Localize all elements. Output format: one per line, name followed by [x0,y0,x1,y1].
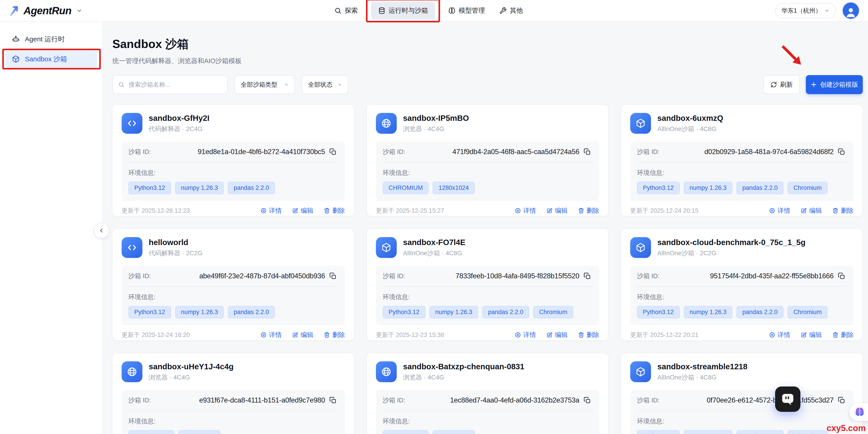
card-footer: 更新于 2025-12-24 16:20 详情 编辑 删除 [122,324,345,339]
brand-logo[interactable]: AgentRun [8,4,82,17]
main-content: Sandbox 沙箱 统一管理代码解释器、浏览器和AIO沙箱模板 全部沙箱类型 … [103,22,868,434]
search-icon [118,82,125,88]
region-label: 华东1（杭州） [781,6,822,15]
delete-link[interactable]: 删除 [832,206,854,215]
code-icon [122,113,143,134]
env-tag: numpy 1.26.3 [430,306,478,318]
sandbox-info-box: 沙箱 ID: 7833feeb-10d8-4afa-8495-f828b15f5… [376,266,599,324]
sidebar-collapse-button[interactable] [94,223,110,238]
detail-link[interactable]: 详情 [515,330,536,339]
search-input[interactable] [128,81,222,88]
sandbox-id-label: 沙箱 ID: [637,396,659,405]
env-tag: CHROMIUM [128,430,174,434]
status-filter-value: 全部状态 [308,81,333,89]
watermark: cxy5.com [827,423,866,433]
sandbox-name: sandbox-IP5mBO [403,114,469,123]
sandbox-id-label: 沙箱 ID: [637,272,659,280]
nav-explore[interactable]: 探索 [333,2,359,19]
detail-link[interactable]: 详情 [260,330,282,339]
trash-icon [324,332,330,338]
sandbox-card: sandbox-IP5mBO 浏览器 · 4C4G 沙箱 ID: 471f9db… [367,105,609,216]
sandbox-type-spec: 代码解释器 · 2C4G [149,125,209,133]
code-icon [122,237,143,258]
copy-icon[interactable] [329,396,338,405]
refresh-button[interactable]: 刷新 [763,75,800,94]
avatar[interactable] [842,2,860,20]
detail-link[interactable]: 详情 [769,330,790,339]
sandbox-id-row: 沙箱 ID: e931f67e-dca8-4111-b151-a0fed9c7e… [128,396,338,405]
nav-other[interactable]: 其他 [498,2,524,19]
delete-link[interactable]: 删除 [324,206,345,215]
app-window: AgentRun 探索 运行时与沙箱 [0,0,868,434]
edit-link[interactable]: 编辑 [801,206,822,215]
sandbox-id-value: 471f9db4-2a05-46f8-aac5-caa5d4724a56 [453,148,579,156]
edit-icon [801,332,807,338]
updated-at: 更新于 2025-12-24 20:15 [630,207,699,215]
globe-icon [376,113,397,134]
sandbox-name: sandbox-FO7l4E [403,238,465,247]
delete-link[interactable]: 删除 [832,330,854,339]
sandbox-card-grid: sandbox-GfHy2I 代码解释器 · 2C4G 沙箱 ID: 91ed8… [112,105,863,434]
copy-icon[interactable] [838,147,847,156]
edit-link[interactable]: 编辑 [292,206,313,215]
type-filter-value: 全部沙箱类型 [241,81,277,89]
type-filter-select[interactable]: 全部沙箱类型 [235,75,295,94]
copy-icon[interactable] [583,271,592,281]
edit-icon [292,332,298,338]
sandbox-card: helloworld 代码解释器 · 2C2G 沙箱 ID: abe49f6f-… [112,229,354,341]
copy-icon[interactable] [583,396,592,405]
divider [383,411,592,411]
env-tag: Python3.12 [128,306,171,318]
globe-icon [376,361,397,382]
sandbox-card: sandbox-FO7l4E AllInOne沙箱 · 4C8G 沙箱 ID: … [367,229,609,341]
region-selector[interactable]: 华东1（杭州） [775,3,836,18]
status-filter-select[interactable]: 全部状态 [302,75,348,94]
env-info-label: 环境信息: [383,417,592,426]
create-template-button[interactable]: 创建沙箱模版 [806,75,863,94]
delete-link[interactable]: 删除 [324,330,345,339]
edit-link[interactable]: 编辑 [292,330,313,339]
copy-icon[interactable] [329,271,338,281]
nav-model-management[interactable]: 模型管理 [447,2,486,19]
sidebar-item-sandbox[interactable]: Sandbox 沙箱 [5,51,97,67]
copy-icon[interactable] [838,271,847,281]
detail-icon [769,332,775,338]
sandbox-id-label: 沙箱 ID: [383,147,405,156]
sandbox-id-row: 沙箱 ID: 91ed8e1a-01de-4bf6-b272-4a410f730… [128,147,338,156]
database-icon [378,7,385,14]
card-footer: 更新于 2025-12-25 15:27 详情 编辑 删除 [376,200,599,215]
detail-link[interactable]: 详情 [769,206,790,215]
copy-icon[interactable] [329,147,338,156]
detail-icon [515,207,521,214]
cube-icon [12,55,20,63]
env-info-label: 环境信息: [637,293,847,301]
env-tag: Python3.12 [637,430,680,434]
ai-assistant-button[interactable] [849,403,868,421]
edit-link[interactable]: 编辑 [801,330,822,339]
sandbox-id-row: 沙箱 ID: abe49f6f-23e2-487b-87d4-abf0450db… [128,271,338,281]
robot-icon [12,35,20,43]
copy-icon[interactable] [838,396,847,405]
detail-link[interactable]: 详情 [515,206,536,215]
sandbox-card: sandbox-Batxzp-chenquan-0831 浏览器 · 4C4G … [367,353,609,434]
refresh-icon [771,82,777,88]
edit-link[interactable]: 编辑 [546,206,567,215]
detail-link[interactable]: 详情 [260,206,282,215]
env-tag: pandas 2.2.0 [737,182,783,194]
sandbox-id-row: 沙箱 ID: 1ec88ed7-4aa0-4efd-a06d-3162b2e37… [383,396,592,405]
env-tags: CHROMIUM1280x1024 [128,430,338,434]
nav-runtime-sandbox[interactable]: 运行时与沙箱 [371,2,435,19]
edit-label: 编辑 [809,206,822,215]
env-tag: Chromium [787,430,828,434]
edit-link[interactable]: 编辑 [546,330,567,339]
sidebar-item-agent-runtime[interactable]: Agent 运行时 [5,31,97,48]
chat-widget-button[interactable] [775,386,800,412]
copy-icon[interactable] [583,147,592,156]
nav-explore-label: 探索 [345,6,358,15]
sandbox-info-box: 沙箱 ID: 951754f4-2dbd-435f-aa22-ff55e8bb1… [630,266,854,324]
env-tags: Python3.12numpy 1.26.3pandas 2.2.0Chromi… [383,306,592,318]
delete-link[interactable]: 删除 [578,330,599,339]
delete-link[interactable]: 删除 [578,206,599,215]
page-title: Sandbox 沙箱 [112,36,863,52]
brand-name: AgentRun [24,4,71,17]
